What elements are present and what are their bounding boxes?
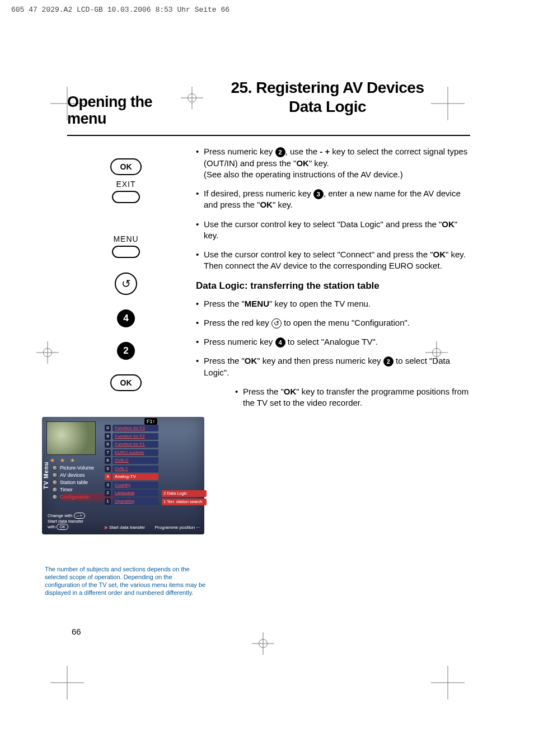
osd-right-list: 2 Data Logic 1 Terr. station search	[162, 490, 207, 505]
osd-left-item-selected: Configuration	[52, 494, 102, 500]
osd-left-item: Station table	[52, 480, 102, 485]
ok-label: OK	[284, 387, 297, 396]
text: (See also the operating instructions of …	[204, 170, 403, 179]
remote-exit-label: EXIT	[116, 180, 135, 189]
osd-mid-item: DVB-C	[113, 457, 158, 464]
osd-number: 5	[105, 466, 111, 472]
osd-left-item: Picture-Volume	[52, 465, 102, 471]
step: If desired, press numeric key 3, enter a…	[196, 188, 470, 211]
osd-hint: Change with – + Start data transfer with…	[48, 513, 85, 530]
osd-left-item-label: AV devices	[60, 472, 85, 478]
text: " key.	[309, 158, 329, 168]
crop-mark	[36, 341, 59, 364]
two-column-layout: OK EXIT MENU ↺ 4 2 OK ★ ★ ★ F1↑ TV Menu …	[67, 146, 470, 636]
ok-label: OK	[296, 158, 309, 168]
osd-number: 9	[105, 433, 111, 440]
osd-left-list: Picture-Volume AV devices Station table …	[52, 465, 102, 500]
text: Use the cursor control key to select "Da…	[204, 219, 442, 229]
text: Press the "	[204, 356, 245, 365]
osd-hint-text: Start data transfer	[48, 519, 83, 524]
minus-key: -	[320, 147, 322, 156]
text: " key and then press numeric key	[257, 356, 383, 365]
back-icon: ↺	[121, 277, 131, 290]
step: Press the "OK" key and then press numeri…	[196, 355, 470, 378]
red-key-icon: ↺	[271, 318, 282, 328]
inline-numeric-2-icon: 2	[275, 147, 285, 157]
osd-mid-item: Operating	[113, 498, 158, 505]
osd-f1-indicator: F1↑	[144, 418, 157, 425]
osd-number-column: 0 9 8 7 6 5 4 3 2 1	[105, 425, 111, 505]
osd-hint-text: with	[48, 524, 57, 529]
inline-numeric-2-icon: 2	[383, 356, 394, 367]
tv-osd-menu: ★ ★ ★ F1↑ TV Menu Picture-Volume AV devi…	[42, 417, 204, 534]
inline-numeric-3-icon: 3	[313, 189, 324, 199]
remote-red-back-button: ↺	[115, 273, 137, 295]
osd-right-item: 2 Data Logic	[162, 490, 207, 497]
osd-number: 8	[105, 441, 111, 448]
osd-mid-item: EURO sockets	[113, 449, 158, 456]
text: to select "Analogue TV".	[285, 337, 378, 346]
step: Press numeric key 4 to select "Analogue …	[196, 336, 470, 348]
osd-number: 2	[105, 490, 111, 496]
left-column: OK EXIT MENU ↺ 4 2 OK ★ ★ ★ F1↑ TV Menu …	[67, 146, 185, 636]
text: Use the cursor control key to select "Co…	[204, 250, 433, 259]
osd-left-item: AV devices	[52, 472, 102, 478]
remote-numeric-2: 2	[117, 342, 135, 360]
osd-bottom-right: Programme position ···	[155, 525, 200, 530]
text: Press numeric key	[204, 147, 275, 156]
knob-icon	[52, 472, 58, 478]
ok-label: OK	[433, 250, 446, 259]
step: Press the "OK" key to transfer the progr…	[235, 386, 470, 409]
osd-preview-image	[46, 421, 96, 455]
remote-menu-button	[112, 246, 140, 258]
osd-side-label: TV Menu	[43, 462, 49, 489]
knob-icon	[52, 480, 58, 485]
osd-hint-minus-plus: – +	[74, 513, 85, 519]
section-title-left: Opening the menu	[67, 78, 185, 127]
text: Press the "	[204, 299, 245, 308]
text: Press the red key	[204, 318, 271, 327]
osd-bottom-left: ▶Start data transfer	[105, 525, 145, 530]
text: Press the "	[243, 387, 284, 396]
osd-hint-ok: OK	[57, 524, 68, 530]
step: Press the red key ↺ to open the menu "Co…	[196, 317, 470, 328]
knob-icon	[52, 487, 58, 492]
footnote: The number of subjects and sections depe…	[45, 566, 207, 597]
osd-left-item-label: Station table	[60, 480, 88, 485]
osd-mid-item: Function for F1	[113, 441, 158, 448]
osd-number: 0	[105, 425, 111, 431]
knob-icon	[52, 465, 58, 471]
osd-mid-item: Function for F3	[113, 425, 158, 431]
osd-mid-item-selected: Analog-TV	[113, 473, 158, 480]
osd-hint-text: Change with	[48, 513, 74, 518]
chapter-title-line1: 25. Registering AV Devices	[231, 79, 424, 96]
remote-numeric-4: 4	[117, 309, 135, 327]
chapter-title-line2: Data Logic	[289, 98, 366, 115]
menu-label: MENU	[245, 299, 269, 308]
ok-label: OK	[245, 356, 257, 365]
knob-icon	[52, 494, 58, 500]
remote-menu-label: MENU	[113, 234, 138, 243]
osd-number: 1	[105, 498, 111, 505]
sub-heading: Data Logic: transferring the station tab…	[196, 280, 470, 293]
text: to open the menu "Configuration".	[282, 318, 410, 327]
osd-number: 7	[105, 449, 111, 456]
osd-left-item-label: Timer	[60, 487, 73, 492]
osd-mid-item: Country	[113, 482, 158, 489]
osd-left-item-label: Picture-Volume	[60, 465, 94, 471]
play-icon: ▶	[105, 525, 108, 530]
inline-numeric-4-icon: 4	[275, 337, 285, 348]
instruction-text: Press numeric key 2, use the - + key to …	[185, 146, 470, 636]
remote-exit-button	[112, 191, 140, 203]
osd-number: 4	[105, 473, 111, 480]
remote-ok-button: OK	[110, 158, 142, 175]
title-row: Opening the menu 25. Registering AV Devi…	[67, 78, 470, 136]
step: Use the cursor control key to select "Co…	[196, 249, 470, 272]
osd-number: 3	[105, 482, 111, 489]
remote-ok-button-2: OK	[110, 374, 142, 391]
text: " key to open the TV menu.	[269, 299, 371, 308]
osd-mid-item: Function for F2	[113, 433, 158, 440]
text: Press numeric key	[204, 337, 275, 346]
osd-left-item: Timer	[52, 487, 102, 492]
print-header: 605 47 2029.A2 LCD-GB 10.03.2006 8:53 Uh…	[11, 6, 229, 14]
